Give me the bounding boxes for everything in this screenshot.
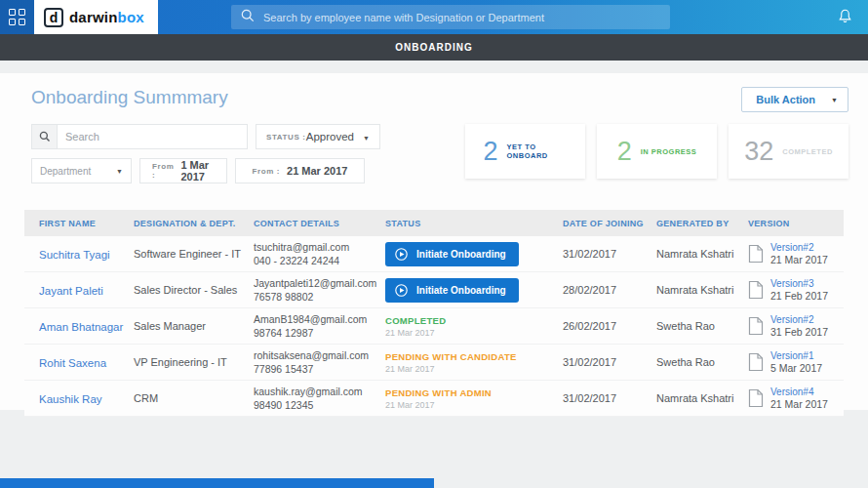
- department-filter-dropdown[interactable]: Department ▼: [31, 158, 132, 183]
- version-date: 21 Mar 2017: [770, 254, 828, 265]
- document-icon: [748, 352, 764, 372]
- apps-grid-button[interactable]: [0, 0, 34, 34]
- global-search[interactable]: [231, 5, 670, 29]
- version-link[interactable]: Version#2: [770, 314, 828, 325]
- play-circle-icon: [394, 247, 409, 262]
- initiate-onboarding-button[interactable]: Initiate Onboarding: [385, 278, 519, 303]
- onboarding-table: FIRST NAME DESIGNATION & DEPT. CONTACT D…: [24, 210, 844, 417]
- version-link[interactable]: Version#3: [770, 278, 828, 289]
- stats-cards: 2 YET TO ONBOARD 2 IN PROGRESS 32 COMPLE…: [465, 124, 848, 192]
- table-search-input[interactable]: [58, 131, 247, 142]
- global-search-input[interactable]: [263, 12, 660, 23]
- version-date: 21 Mar 2017: [770, 398, 828, 410]
- top-navbar: d darwinbox: [0, 0, 868, 34]
- filters: STATUS : Approved ▼ Department ▼ From : …: [31, 124, 402, 192]
- stat-completed[interactable]: 32 COMPLETED: [729, 124, 848, 179]
- version-date: 21 Feb 2017: [770, 290, 828, 302]
- bottom-accent-strip: [0, 478, 434, 488]
- date-from-field[interactable]: From : 1 Mar 2017: [139, 158, 227, 183]
- table-search-field[interactable]: [31, 124, 248, 149]
- brand-d-icon: d: [44, 8, 63, 27]
- stat-yet-to-onboard[interactable]: 2 YET TO ONBOARD: [465, 124, 585, 179]
- bell-icon: [838, 8, 852, 24]
- chevron-down-icon: ▼: [831, 97, 838, 103]
- contact-details: AmanB1984@gmail.com 98764 12987: [254, 312, 385, 340]
- contact-details: Jayantpaleti12@gmail.com 76578 98802: [254, 276, 385, 304]
- version-date: 31 Feb 2017: [770, 326, 828, 338]
- designation-text: CRM: [134, 392, 254, 404]
- col-designation: DESIGNATION & DEPT.: [134, 219, 254, 228]
- table-header-row: FIRST NAME DESIGNATION & DEPT. CONTACT D…: [24, 210, 844, 236]
- generated-by: Namrata Kshatri: [656, 248, 748, 260]
- document-icon: [748, 388, 764, 408]
- status-text: PENDING WITH CANDIDATE 21 Mar 2017: [385, 351, 563, 374]
- brand-logo[interactable]: d darwinbox: [34, 0, 158, 34]
- generated-by: Namrata Kshatri: [656, 284, 748, 296]
- brand-wordmark: darwinbox: [69, 9, 144, 25]
- col-status: STATUS: [385, 219, 563, 228]
- contact-details: kaushik.ray@gmail.com 98490 12345: [254, 385, 385, 412]
- generated-by: Namrata Kshatri: [656, 392, 748, 404]
- status-text: PENDING WITH ADMIN 21 Mar 2017: [385, 387, 563, 410]
- generated-by: Swetha Rao: [656, 320, 748, 332]
- bulk-action-button[interactable]: Bulk Action ▼: [741, 87, 848, 112]
- date-of-joining: 26/02/2017: [563, 320, 656, 332]
- table-body: Suchitra Tyagi Software Engineer - IT ts…: [24, 236, 844, 417]
- employee-name-link[interactable]: Rohit Saxena: [39, 357, 106, 369]
- search-icon: [241, 9, 255, 26]
- version-link[interactable]: Version#4: [770, 386, 828, 397]
- search-icon: [32, 125, 58, 148]
- employee-name-link[interactable]: Kaushik Ray: [39, 393, 102, 405]
- designation-text: VP Engineering - IT: [134, 356, 254, 368]
- contact-details: tsuchitra@gmail.com 040 - 23224 24244: [254, 240, 385, 267]
- col-contact: CONTACT DETAILS: [254, 219, 385, 228]
- main-panel: Onboarding Summmary Bulk Action ▼ STATUS…: [0, 73, 868, 410]
- date-of-joining: 31/02/2017: [563, 392, 656, 404]
- table-row: Suchitra Tyagi Software Engineer - IT ts…: [24, 236, 844, 272]
- chevron-down-icon: ▼: [363, 135, 370, 142]
- chevron-down-icon: ▼: [116, 168, 123, 175]
- page-title: Onboarding Summmary: [20, 87, 228, 108]
- date-of-joining: 31/02/2017: [563, 356, 656, 368]
- designation-text: Sales Director - Sales: [134, 284, 254, 296]
- stat-in-progress[interactable]: 2 IN PROGRESS: [597, 124, 717, 179]
- tab-onboarding[interactable]: ONBOARDING: [395, 42, 472, 53]
- designation-text: Sales Manager: [134, 320, 254, 332]
- status-filter-dropdown[interactable]: STATUS : Approved ▼: [256, 124, 380, 149]
- col-version: VERSION: [748, 219, 829, 228]
- module-tabbar: ONBOARDING: [0, 34, 868, 61]
- designation-text: Software Engineer - IT: [134, 248, 254, 260]
- employee-name-link[interactable]: Aman Bhatnagar: [39, 321, 123, 333]
- apps-grid-icon: [9, 9, 25, 25]
- col-date-of-joining: DATE OF JOINING: [563, 219, 656, 228]
- employee-name-link[interactable]: Suchitra Tyagi: [39, 249, 110, 261]
- col-generated-by: GENERATED BY: [656, 219, 748, 228]
- version-link[interactable]: Version#1: [770, 350, 822, 361]
- table-row: Rohit Saxena VP Engineering - IT rohitsa…: [24, 345, 844, 381]
- table-row: Jayant Paleti Sales Director - Sales Jay…: [24, 272, 844, 308]
- col-first-name: FIRST NAME: [39, 219, 134, 228]
- play-circle-icon: [394, 283, 409, 298]
- table-row: Aman Bhatnagar Sales Manager AmanB1984@g…: [24, 308, 844, 345]
- initiate-onboarding-button[interactable]: Initiate Onboarding: [385, 242, 519, 266]
- date-of-joining: 31/02/2017: [563, 248, 656, 260]
- date-to-field[interactable]: From : 21 Mar 2017: [235, 158, 365, 183]
- status-text: COMPLETED 21 Mar 2017: [385, 315, 563, 338]
- employee-name-link[interactable]: Jayant Paleti: [39, 285, 103, 297]
- contact-details: rohitsaksena@gmail.com 77896 15437: [254, 348, 385, 376]
- version-link[interactable]: Version#2: [770, 242, 828, 253]
- table-row: Kaushik Ray CRM kaushik.ray@gmail.com 98…: [24, 381, 844, 417]
- date-of-joining: 28/02/2017: [563, 284, 656, 296]
- version-date: 5 Mar 2017: [770, 362, 822, 374]
- notifications-button[interactable]: [838, 8, 852, 28]
- generated-by: Swetha Rao: [656, 356, 748, 368]
- document-icon: [748, 244, 764, 264]
- document-icon: [748, 316, 764, 336]
- document-icon: [748, 280, 764, 300]
